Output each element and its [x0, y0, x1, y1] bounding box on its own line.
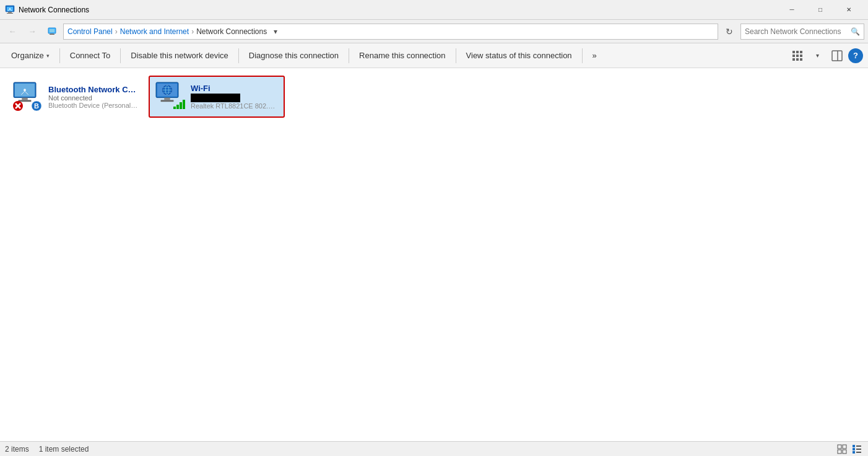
app-icon	[5, 5, 15, 15]
toolbar-separator-1	[59, 48, 60, 63]
toolbar-separator-2	[120, 48, 121, 63]
error-overlay-icon	[12, 100, 24, 112]
list-item[interactable]: Wi-Fi Realtek RTL8821CE 802.11ac PCIe ..…	[149, 76, 285, 118]
svg-rect-16	[800, 55, 802, 57]
search-input[interactable]	[745, 27, 848, 36]
toolbar-separator-5	[456, 48, 456, 63]
rename-button[interactable]: Rename this connection	[353, 46, 451, 66]
title-bar: Network Connections ─ □ ✕	[0, 0, 868, 20]
bluetooth-overlay-icon: B	[31, 100, 42, 112]
svg-rect-20	[832, 51, 842, 61]
svg-rect-55	[856, 449, 861, 450]
status-bar: 2 items 1 item selected	[0, 441, 868, 456]
svg-rect-48	[838, 445, 841, 449]
toolbar: Organize ▾ Connect To Disable this netwo…	[0, 43, 868, 68]
svg-rect-19	[800, 58, 802, 61]
list-item[interactable]: B Bluetooth Network Connection Not conne…	[7, 76, 144, 118]
svg-point-27	[24, 89, 26, 91]
up-button[interactable]	[43, 23, 61, 40]
svg-rect-24	[22, 98, 27, 100]
svg-rect-17	[792, 58, 795, 61]
toolbar-separator-3	[238, 48, 239, 63]
diagnose-button[interactable]: Diagnose this connection	[243, 46, 345, 66]
svg-rect-14	[792, 55, 795, 57]
toolbar-separator-4	[349, 48, 349, 63]
svg-rect-11	[792, 51, 795, 53]
svg-rect-47	[183, 100, 185, 109]
svg-rect-57	[856, 452, 861, 453]
bluetooth-item-text: Bluetooth Network Connection Not connect…	[48, 85, 139, 109]
search-box[interactable]: 🔍	[740, 24, 864, 40]
status-grid-view-button[interactable]	[836, 443, 848, 455]
close-button[interactable]: ✕	[835, 0, 863, 20]
preview-pane-button[interactable]	[828, 47, 846, 64]
toolbar-separator-6	[582, 48, 583, 63]
svg-rect-49	[843, 445, 846, 449]
svg-rect-54	[853, 448, 855, 450]
disable-button[interactable]: Disable this network device	[124, 46, 235, 66]
ssid-redacted-bar	[191, 94, 240, 102]
address-bar: ← → Control Panel › Network and Internet…	[0, 20, 868, 43]
svg-rect-3	[7, 13, 13, 14]
items-area: B Bluetooth Network Connection Not conne…	[0, 68, 868, 441]
bluetooth-item-icon-area: B	[12, 82, 42, 112]
path-control-panel[interactable]: Control Panel	[67, 27, 113, 36]
more-button[interactable]: »	[586, 46, 603, 66]
main-content: B Bluetooth Network Connection Not conne…	[0, 68, 868, 441]
help-button[interactable]: ?	[848, 48, 863, 63]
organize-dropdown-arrow: ▾	[46, 53, 50, 59]
svg-rect-52	[853, 445, 855, 447]
bluetooth-item-status: Not connected	[48, 94, 139, 102]
svg-rect-12	[796, 51, 799, 53]
item-count: 2 items	[5, 445, 29, 454]
svg-rect-8	[50, 29, 54, 32]
search-icon: 🔍	[851, 27, 860, 36]
window-title: Network Connections	[19, 6, 778, 14]
wifi-item-device: Realtek RTL8821CE 802.11ac PCIe ...	[191, 102, 279, 110]
selected-count: 1 item selected	[39, 445, 89, 454]
wifi-item-status	[191, 93, 279, 102]
svg-point-4	[9, 8, 11, 9]
address-path[interactable]: Control Panel › Network and Internet › N…	[63, 24, 718, 40]
wifi-item-icon-area	[155, 82, 184, 112]
minimize-button[interactable]: ─	[778, 0, 806, 20]
svg-rect-18	[796, 58, 799, 61]
toolbar-right: ▾ ?	[789, 47, 863, 64]
svg-text:B: B	[34, 102, 39, 110]
svg-rect-10	[50, 34, 54, 35]
back-button[interactable]: ←	[4, 23, 21, 40]
maximize-button[interactable]: □	[806, 0, 835, 20]
svg-rect-46	[180, 102, 182, 109]
change-view-button[interactable]	[789, 47, 806, 64]
view-dropdown-button[interactable]: ▾	[809, 47, 826, 64]
svg-rect-44	[173, 107, 176, 109]
svg-rect-9	[50, 33, 54, 34]
svg-rect-2	[8, 12, 12, 13]
organize-button[interactable]: Organize ▾	[5, 46, 56, 66]
svg-rect-13	[800, 51, 802, 53]
svg-rect-15	[796, 55, 799, 57]
status-left: 2 items 1 item selected	[5, 445, 836, 454]
bluetooth-item-name: Bluetooth Network Connection	[48, 85, 139, 94]
wifi-item-name: Wi-Fi	[191, 84, 279, 93]
wifi-item-text: Wi-Fi Realtek RTL8821CE 802.11ac PCIe ..…	[191, 84, 279, 109]
status-list-view-button[interactable]	[851, 443, 863, 455]
bluetooth-item-device: Bluetooth Device (Personal Area ...	[48, 102, 139, 109]
signal-bars-icon	[172, 99, 186, 110]
svg-rect-45	[176, 105, 179, 109]
svg-rect-50	[838, 450, 841, 454]
path-network-connections: Network Connections	[196, 27, 267, 36]
status-right	[836, 443, 863, 455]
address-dropdown[interactable]: ▾	[269, 24, 282, 40]
view-status-button[interactable]: View status of this connection	[460, 46, 578, 66]
forward-button[interactable]: →	[24, 23, 41, 40]
path-network-internet[interactable]: Network and Internet	[120, 27, 189, 36]
window-controls: ─ □ ✕	[778, 0, 863, 20]
svg-rect-56	[853, 451, 855, 454]
svg-rect-51	[843, 450, 846, 454]
refresh-button[interactable]: ↻	[721, 23, 738, 40]
connect-to-button[interactable]: Connect To	[64, 46, 117, 66]
svg-rect-37	[164, 98, 170, 100]
svg-rect-53	[856, 445, 861, 447]
